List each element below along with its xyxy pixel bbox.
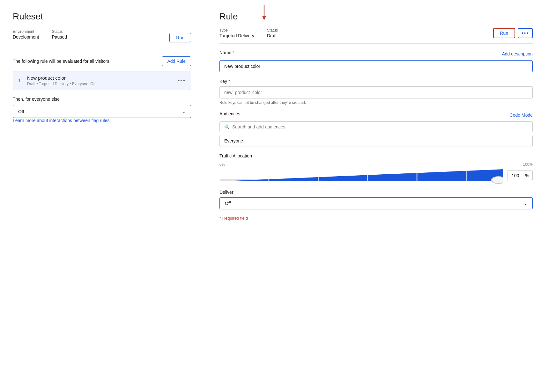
red-arrow-indicator xyxy=(261,5,267,22)
key-input[interactable] xyxy=(219,86,533,98)
rule-number: 1 xyxy=(18,78,22,83)
status-value: Paused xyxy=(52,34,67,40)
dropdown-chevron-icon: ⌄ xyxy=(181,108,186,114)
status-label: Status xyxy=(52,29,67,34)
audiences-search-box[interactable]: 🔍 xyxy=(219,121,533,132)
rule-status-meta: Status Draft xyxy=(267,28,278,38)
audiences-field-header: Audiences Code Mode xyxy=(219,111,533,119)
deliver-section: Deliver Off ⌄ xyxy=(219,190,533,209)
env-meta: Environment Development xyxy=(13,29,39,40)
traffic-value-input[interactable] xyxy=(511,173,524,178)
run-button-right[interactable]: Run xyxy=(493,28,515,38)
env-value: Development xyxy=(13,34,39,40)
status-meta: Status Paused xyxy=(52,29,67,40)
traffic-chart xyxy=(219,166,503,185)
key-hint: Rule keys cannot be changed after they'r… xyxy=(219,100,533,105)
traffic-allocation-section: Traffic Allocation 0% 100% xyxy=(219,153,533,183)
traffic-percent-symbol: % xyxy=(525,173,529,178)
traffic-max-label: 100% xyxy=(523,162,533,167)
ruleset-title: Ruleset xyxy=(13,11,191,22)
visitors-text: The following rule will be evaluated for… xyxy=(13,59,109,64)
name-label: Name * xyxy=(219,50,234,55)
more-options-button[interactable]: ••• xyxy=(518,28,533,38)
audiences-search-input[interactable] xyxy=(232,124,528,129)
left-panel: Ruleset Environment Development Status P… xyxy=(0,0,204,392)
slider-container[interactable] xyxy=(219,168,503,183)
rule-type-value: Targeted Delivery xyxy=(219,33,254,38)
deliver-chevron-icon: ⌄ xyxy=(523,201,527,206)
required-field-note: * Required field xyxy=(219,216,533,221)
rule-type-meta: Type Targeted Delivery xyxy=(219,28,254,38)
search-icon: 🔍 xyxy=(224,124,230,129)
deliver-value: Off xyxy=(225,201,231,206)
deliver-dropdown[interactable]: Off ⌄ xyxy=(219,197,533,209)
audiences-label: Audiences xyxy=(219,111,240,116)
rule-content: New product color Draft • Targeted Deliv… xyxy=(27,75,178,86)
rule-status-value: Draft xyxy=(267,33,277,38)
key-label: Key * xyxy=(219,79,533,84)
svg-point-9 xyxy=(492,177,503,184)
right-panel: Rule Type Targeted Delivery Status Draft… xyxy=(204,0,548,392)
add-description-link[interactable]: Add description xyxy=(502,51,533,56)
code-mode-link[interactable]: Code Mode xyxy=(510,113,533,118)
everyone-else-dropdown[interactable]: Off ⌄ xyxy=(13,105,191,118)
divider-1 xyxy=(13,51,191,51)
rule-name: New product color xyxy=(27,75,178,81)
rule-header-row: Type Targeted Delivery Status Draft Run … xyxy=(219,28,533,38)
rule-more-button[interactable]: ••• xyxy=(178,77,186,84)
rule-type-label: Type xyxy=(219,28,254,33)
name-field-header: Name * Add description xyxy=(219,50,533,58)
down-arrow-icon xyxy=(261,5,267,21)
rule-actions: Run ••• xyxy=(493,28,533,38)
form-divider xyxy=(219,43,533,44)
dropdown-value: Off xyxy=(18,109,24,114)
rule-meta-text: Draft • Targeted Delivery • Everyone: Of… xyxy=(27,82,178,86)
deliver-label: Deliver xyxy=(219,190,533,195)
traffic-label: Traffic Allocation xyxy=(219,153,533,158)
run-button-left[interactable]: Run xyxy=(169,33,191,42)
learn-more-link[interactable]: Learn more about interactions between fl… xyxy=(13,118,111,123)
everyone-box: Everyone xyxy=(219,135,533,147)
key-required-star: * xyxy=(228,79,230,84)
rule-status-label: Status xyxy=(267,28,278,33)
add-rule-button[interactable]: Add Rule xyxy=(162,56,191,66)
traffic-input-box: % xyxy=(507,170,533,181)
rule-item[interactable]: 1 New product color Draft • Targeted Del… xyxy=(13,71,191,90)
slider-row: % xyxy=(219,168,533,183)
name-input[interactable] xyxy=(219,60,533,72)
env-label: Environment xyxy=(13,29,39,34)
svg-marker-1 xyxy=(262,16,266,20)
name-required-star: * xyxy=(233,50,234,55)
then-label: Then, for everyone else xyxy=(13,97,191,102)
visitors-row: The following rule will be evaluated for… xyxy=(13,56,191,66)
